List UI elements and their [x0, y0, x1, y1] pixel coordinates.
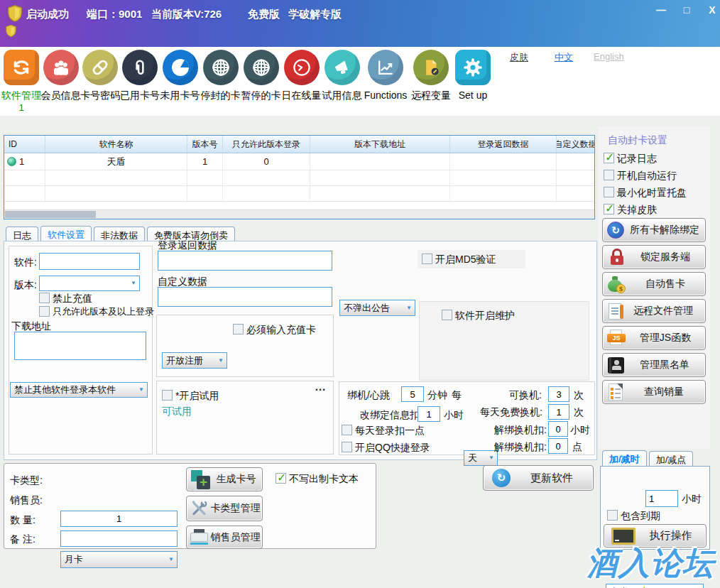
unbind-all-button[interactable]: ↻ 所有卡解除绑定: [602, 218, 706, 242]
blacklist-button[interactable]: 管理黑名单: [602, 353, 706, 377]
no-card-text-checkbox[interactable]: 不写出制卡文本: [276, 473, 359, 484]
unbind-hours-unit-label: 小时: [570, 424, 590, 437]
gear-icon: [455, 50, 491, 85]
toolbar-item-paused-cards[interactable]: 暂停的卡: [241, 50, 281, 102]
unbind-hours-input[interactable]: [548, 421, 568, 437]
include-expire-checkbox[interactable]: 包含到期: [607, 510, 660, 521]
custom-data-input[interactable]: [158, 287, 332, 307]
heartbeat-input[interactable]: [401, 386, 424, 402]
download-url-input[interactable]: [14, 332, 146, 360]
column-header-name[interactable]: 软件名称: [45, 136, 187, 153]
column-header-id[interactable]: ID: [4, 136, 45, 153]
minutes-label: 分钟: [427, 389, 447, 402]
maximize-button[interactable]: □: [677, 3, 696, 17]
table-row[interactable]: 1 天盾 1 0: [4, 153, 594, 170]
lock-server-button[interactable]: 锁定服务端: [602, 245, 706, 269]
manage-sellers-button[interactable]: 销售员管理: [186, 526, 263, 549]
cell-login-return: [450, 153, 557, 170]
skin-link[interactable]: 皮肤: [510, 51, 528, 64]
note-label: 备 注:: [10, 533, 36, 546]
table-horizontal-scrollbar[interactable]: [4, 209, 594, 219]
toolbar-item-member-info[interactable]: 会员信息: [41, 50, 80, 102]
quantity-input[interactable]: [60, 511, 178, 527]
toolbar-item-software-manage[interactable]: 软件管理 1: [1, 50, 41, 113]
auto-ban-settings-link[interactable]: 自动封卡设置: [608, 134, 667, 147]
toolbar-item-remote-vars[interactable]: 远程变量: [409, 50, 453, 102]
column-header-only-version[interactable]: 只允许此版本登录: [223, 136, 310, 153]
login-return-input[interactable]: [158, 251, 332, 271]
toolbar-item-setup[interactable]: Set up: [453, 50, 493, 101]
generate-cards-button[interactable]: 生成卡号: [186, 467, 263, 491]
unbind-points-input[interactable]: [548, 438, 568, 454]
checkbox-icon: [39, 293, 50, 303]
toolbar-item-daily-online[interactable]: 日在线量: [281, 50, 322, 102]
column-header-download[interactable]: 版本下载地址: [310, 136, 450, 153]
adjust-amount-input[interactable]: [645, 490, 678, 507]
blackboard-icon: [611, 528, 636, 545]
free-switch-input[interactable]: [548, 404, 569, 420]
software-input[interactable]: [39, 253, 140, 270]
column-header-custom[interactable]: 自定义数据: [557, 136, 594, 153]
cell-custom: [557, 153, 594, 170]
toolbar-item-banned-cards[interactable]: 停封的卡: [200, 50, 241, 102]
checkbox-icon: [342, 425, 352, 435]
toolbar-item-used-cards[interactable]: 已用卡号: [120, 50, 160, 102]
manage-js-button[interactable]: JS 管理JS函数: [602, 326, 706, 350]
qq-login-checkbox[interactable]: 开启QQ快捷登录: [342, 442, 430, 453]
close-button[interactable]: X: [703, 3, 720, 17]
checkbox-icon: [604, 153, 614, 163]
update-software-button[interactable]: ↻ 更新软件: [483, 465, 594, 491]
table-row-empty: [4, 186, 594, 202]
toolbar-item-functions[interactable]: Functions: [362, 50, 409, 101]
people-icon: [43, 50, 79, 85]
toolbar-item-card-password[interactable]: 卡号密码: [80, 50, 120, 102]
more-options-button[interactable]: …: [315, 381, 326, 393]
add-card-icon: [191, 470, 210, 489]
must-recharge-card-checkbox[interactable]: 必须输入充值卡: [233, 324, 316, 335]
update-refresh-icon: ↻: [492, 469, 511, 487]
rebind-input[interactable]: [418, 406, 440, 422]
remote-file-button[interactable]: 远程文件管理: [602, 299, 706, 323]
minimize-tray-checkbox[interactable]: 最小化时置托盘: [604, 187, 687, 198]
lock-icon: [609, 249, 626, 266]
open-register-dropdown[interactable]: 开放注册: [162, 352, 227, 369]
switch-machine-input[interactable]: [548, 386, 569, 402]
toolbar-item-trial-info[interactable]: 试用信息: [322, 50, 362, 102]
toolbar-item-label: 会员信息: [41, 89, 81, 102]
sales-report-icon: [609, 383, 623, 401]
only-above-version-checkbox[interactable]: 只允许此版本及以上登录: [39, 306, 154, 317]
version-dropdown[interactable]: [39, 276, 140, 291]
forbid-other-login-dropdown[interactable]: 禁止其他软件登录本软件: [10, 382, 148, 398]
checkbox-icon: [442, 310, 452, 320]
column-header-version[interactable]: 版本号: [187, 136, 223, 153]
md5-checkbox[interactable]: 开启MD5验证: [422, 254, 496, 265]
maintenance-checkbox[interactable]: 软件开启维护: [442, 310, 515, 321]
daily-deduct-checkbox[interactable]: 每天登录扣一点: [342, 425, 425, 436]
manage-card-types-button[interactable]: 卡类型管理: [186, 496, 263, 521]
disable-skin-checkbox[interactable]: 关掉皮肤: [604, 204, 657, 215]
auto-sell-button[interactable]: 自动售卡: [602, 272, 706, 296]
log-checkbox[interactable]: 记录日志: [604, 153, 657, 164]
english-link[interactable]: English: [594, 51, 624, 62]
cell-version: 1: [187, 153, 223, 170]
toolbar-item-unused-cards[interactable]: 未用卡号: [160, 50, 200, 102]
globe-icon: [203, 50, 239, 85]
minimize-button[interactable]: —: [652, 3, 670, 17]
note-input[interactable]: [60, 530, 178, 547]
announcement-dropdown[interactable]: 不弹出公告: [339, 300, 415, 316]
query-sales-button[interactable]: 查询销量: [602, 380, 706, 404]
trial-available-link[interactable]: 可试用: [162, 405, 192, 418]
enable-trial-checkbox[interactable]: *开启试用: [162, 390, 219, 401]
chinese-link[interactable]: 中文: [555, 51, 573, 64]
checkbox-icon: [604, 170, 614, 180]
no-recharge-checkbox[interactable]: 禁止充值: [39, 293, 92, 304]
autorun-checkbox[interactable]: 开机自动运行: [604, 170, 677, 181]
scrollbar-thumb[interactable]: [5, 211, 96, 218]
paperclip-icon: [122, 50, 158, 85]
period-dropdown[interactable]: 天: [464, 450, 498, 466]
per-label: 每: [452, 389, 462, 402]
software-label: 软件:: [14, 256, 37, 269]
card-type-dropdown[interactable]: 月卡: [60, 551, 178, 568]
table-header: ID 软件名称 版本号 只允许此版本登录 版本下载地址 登录返回数据 自定义数据: [4, 136, 594, 153]
column-header-login-return[interactable]: 登录返回数据: [450, 136, 557, 153]
